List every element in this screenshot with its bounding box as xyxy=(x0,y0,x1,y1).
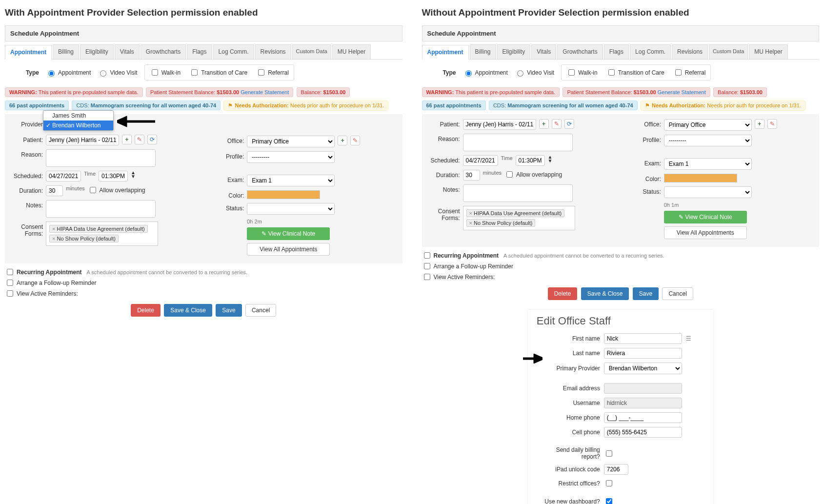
patient-input[interactable] xyxy=(46,135,119,145)
past-appts-badge[interactable]: 66 past appointments xyxy=(422,101,486,110)
save-close-button[interactable]: Save & Close xyxy=(581,287,629,300)
ipad-code-input[interactable] xyxy=(604,464,628,475)
referral-check[interactable]: Referral xyxy=(256,68,289,77)
restrict-check[interactable] xyxy=(606,480,612,486)
cancel-button[interactable]: Cancel xyxy=(662,287,693,300)
office-add-icon[interactable]: + xyxy=(755,119,764,129)
view-all-appts-button[interactable]: View All Appointments xyxy=(664,226,747,239)
followup-check[interactable]: Arrange a Follow-up Reminder xyxy=(422,262,820,271)
contact-icon[interactable]: ☰ xyxy=(686,335,691,342)
cancel-button[interactable]: Cancel xyxy=(245,304,276,317)
view-active-check[interactable]: View Active Reminders: xyxy=(422,272,820,282)
tab-billing[interactable]: Billing xyxy=(53,44,79,59)
home-phone-input[interactable] xyxy=(604,412,682,423)
notes-input[interactable] xyxy=(46,200,156,218)
close-icon[interactable]: × xyxy=(52,236,55,242)
tab-muhelper[interactable]: MU Helper xyxy=(749,44,787,59)
tab-muhelper[interactable]: MU Helper xyxy=(332,44,371,59)
type-appointment-radio[interactable]: Appointment xyxy=(46,69,91,77)
tab-logcomm[interactable]: Log Comm. xyxy=(630,44,671,59)
tab-customdata[interactable]: Custom Data xyxy=(709,44,748,59)
office-select[interactable]: Primary Office xyxy=(247,136,335,147)
view-clinical-note-button[interactable]: ✎ View Clinical Note xyxy=(247,227,330,240)
office-edit-icon[interactable]: ✎ xyxy=(350,136,360,145)
exam-select[interactable]: Exam 1 xyxy=(664,158,752,170)
type-appointment-radio[interactable]: Appointment xyxy=(463,69,508,77)
billing-report-check[interactable] xyxy=(606,450,612,457)
primary-provider-select[interactable]: Brendan Wilberton xyxy=(604,363,682,374)
profile-select[interactable]: --------- xyxy=(664,135,752,146)
tab-eligibility[interactable]: Eligibility xyxy=(497,44,531,59)
type-video-radio[interactable]: Video Visit xyxy=(515,69,554,77)
save-button[interactable]: Save xyxy=(633,287,659,300)
transition-check[interactable]: Transition of Care xyxy=(606,68,664,77)
last-name-input[interactable] xyxy=(604,348,682,359)
office-add-icon[interactable]: + xyxy=(338,136,347,145)
color-swatch[interactable] xyxy=(247,190,320,199)
duration-input[interactable] xyxy=(463,170,480,181)
office-edit-icon[interactable]: ✎ xyxy=(767,119,777,129)
recurring-check[interactable]: Recurring AppointmentA scheduled appoint… xyxy=(5,267,402,277)
tab-revisions[interactable]: Revisions xyxy=(255,44,291,59)
tab-growthcharts[interactable]: Growthcharts xyxy=(557,44,603,59)
cell-phone-input[interactable] xyxy=(604,427,682,438)
tab-flags[interactable]: Flags xyxy=(604,44,629,59)
duration-input[interactable] xyxy=(46,185,63,196)
cds-badge[interactable]: CDS: Mammogram screening for all women a… xyxy=(489,101,638,110)
time-input[interactable] xyxy=(516,155,545,166)
patient-add-icon[interactable]: + xyxy=(122,135,132,144)
close-icon[interactable]: × xyxy=(469,210,472,216)
generate-statement-link[interactable]: Generate Statement xyxy=(658,89,706,95)
tab-flags[interactable]: Flags xyxy=(187,44,212,59)
time-stepper-icon[interactable]: ▲▼ xyxy=(548,155,553,163)
delete-button[interactable]: Delete xyxy=(131,304,161,317)
view-clinical-note-button[interactable]: ✎ View Clinical Note xyxy=(664,211,747,223)
tab-appointment[interactable]: Appointment xyxy=(5,45,52,60)
generate-statement-link[interactable]: Generate Statement xyxy=(241,89,289,95)
status-select[interactable] xyxy=(247,203,335,215)
consent-tagbox[interactable]: ×HIPAA Data Use Agreement (default) ×No … xyxy=(46,222,158,246)
date-input[interactable] xyxy=(46,171,81,181)
date-input[interactable] xyxy=(463,155,498,166)
provider-option-2[interactable]: Brendan Wilberton xyxy=(43,121,113,130)
tab-logcomm[interactable]: Log Comm. xyxy=(213,44,254,59)
save-close-button[interactable]: Save & Close xyxy=(164,304,212,317)
referral-check[interactable]: Referral xyxy=(673,68,706,77)
transition-check[interactable]: Transition of Care xyxy=(189,68,247,77)
profile-select[interactable]: --------- xyxy=(247,151,335,163)
first-name-input[interactable] xyxy=(604,333,682,344)
save-button[interactable]: Save xyxy=(216,304,241,317)
tab-vitals[interactable]: Vitals xyxy=(115,44,140,59)
consent-tagbox[interactable]: ×HIPAA Data Use Agreement (default) ×No … xyxy=(463,206,575,230)
provider-option-1[interactable]: James Smith xyxy=(43,111,113,121)
tab-eligibility[interactable]: Eligibility xyxy=(80,44,114,59)
close-icon[interactable]: × xyxy=(52,226,55,232)
color-swatch[interactable] xyxy=(664,174,737,182)
overlap-check[interactable]: Allow overlapping xyxy=(88,185,145,195)
type-video-radio[interactable]: Video Visit xyxy=(98,69,137,77)
tab-appointment[interactable]: Appointment xyxy=(422,45,469,60)
notes-input[interactable] xyxy=(463,184,573,202)
status-select[interactable] xyxy=(664,186,752,198)
patient-add-icon[interactable]: + xyxy=(539,119,549,129)
delete-button[interactable]: Delete xyxy=(548,287,578,300)
tab-growthcharts[interactable]: Growthcharts xyxy=(141,44,186,59)
overlap-check[interactable]: Allow overlapping xyxy=(504,170,562,179)
patient-edit-icon[interactable]: ✎ xyxy=(135,135,144,144)
time-input[interactable] xyxy=(99,171,128,181)
dashboard-check[interactable] xyxy=(606,498,612,504)
provider-dropdown[interactable]: James Smith Brendan Wilberton xyxy=(43,110,114,131)
walkin-check[interactable]: Walk-in xyxy=(150,68,181,77)
tab-revisions[interactable]: Revisions xyxy=(672,44,708,59)
past-appts-badge[interactable]: 66 past appointments xyxy=(5,101,69,110)
tab-vitals[interactable]: Vitals xyxy=(531,44,556,59)
patient-refresh-icon[interactable]: ⟳ xyxy=(564,119,574,129)
patient-input[interactable] xyxy=(463,119,536,130)
view-all-appts-button[interactable]: View All Appointments xyxy=(247,243,330,256)
close-icon[interactable]: × xyxy=(469,220,472,226)
walkin-check[interactable]: Walk-in xyxy=(566,68,598,77)
office-select[interactable]: Primary Office xyxy=(664,119,752,131)
tab-customdata[interactable]: Custom Data xyxy=(292,44,331,59)
patient-edit-icon[interactable]: ✎ xyxy=(552,119,562,129)
exam-select[interactable]: Exam 1 xyxy=(247,175,335,186)
